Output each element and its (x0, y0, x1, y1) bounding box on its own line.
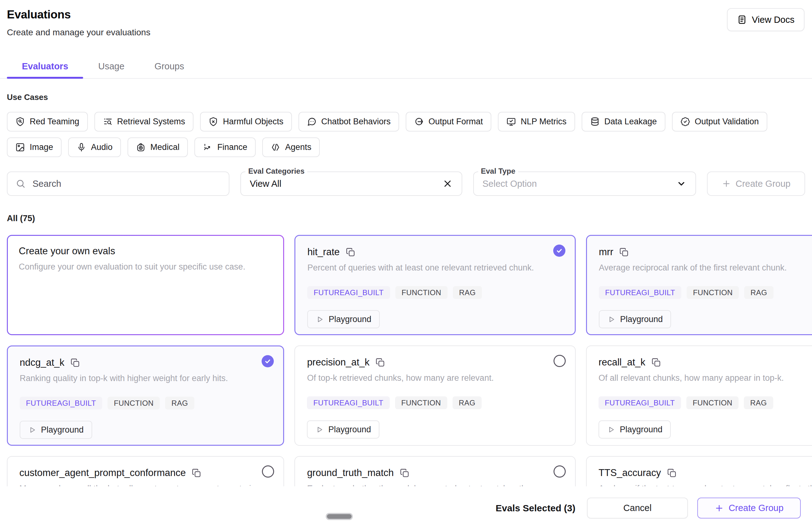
scroll-drag-handle[interactable] (327, 514, 352, 519)
clear-icon[interactable] (442, 178, 453, 189)
tag-function: FUNCTION (395, 286, 448, 299)
tag-rag: RAG (165, 397, 194, 409)
playground-button[interactable]: Playground (599, 310, 671, 328)
card-title-row: hit_rate (307, 246, 563, 258)
page-title: Evaluations (7, 8, 150, 21)
eval-name: TTS_accuracy (598, 467, 661, 479)
use-case-chip-output-validation[interactable]: Output Validation (672, 112, 767, 132)
tab-groups[interactable]: Groups (140, 56, 199, 78)
tag-function: FUNCTION (107, 397, 160, 409)
view-docs-label: View Docs (752, 15, 795, 25)
plus-icon (714, 504, 724, 513)
search-input[interactable] (32, 178, 221, 189)
use-case-chip-medical[interactable]: Medical (128, 137, 188, 157)
use-case-chip-retrieval-systems[interactable]: Retrieval Systems (95, 112, 194, 132)
cancel-label: Cancel (623, 503, 651, 513)
code-brackets-icon (271, 142, 280, 152)
eval-name: customer_agent_prompt_conformance (19, 467, 186, 479)
cancel-button[interactable]: Cancel (587, 498, 688, 519)
copy-icon[interactable] (70, 358, 80, 367)
view-docs-button[interactable]: View Docs (727, 8, 804, 31)
unchecked-circle-icon[interactable] (262, 465, 274, 478)
copy-icon[interactable] (346, 247, 356, 257)
header-text: Evaluations Create and manage your evalu… (7, 8, 150, 37)
copy-icon[interactable] (651, 358, 661, 367)
checked-circle-icon[interactable] (262, 355, 274, 367)
use-case-chip-audio[interactable]: Audio (68, 137, 121, 157)
playground-button[interactable]: Playground (20, 421, 92, 439)
playground-label: Playground (620, 315, 663, 324)
badge-check-icon (680, 117, 690, 126)
eval-card-precision_at_k[interactable]: precision_at_kOf top-k retrieved chunks,… (294, 345, 576, 446)
chip-label: Red Teaming (30, 117, 79, 126)
playground-label: Playground (329, 315, 371, 324)
card-title-row: precision_at_k (307, 357, 563, 368)
chip-label: Chatbot Behaviors (321, 117, 391, 126)
tab-bar: Evaluators Usage Groups (0, 56, 812, 79)
tag-rag: RAG (744, 286, 773, 299)
use-case-chip-agents[interactable]: Agents (262, 137, 320, 157)
monitor-check-icon (506, 117, 516, 126)
tag-futureagi_built: FUTUREAGI_BUILT (20, 397, 102, 409)
chip-label: Image (30, 142, 53, 152)
eval-description: Of top-k retrieved chunks, how many are … (307, 373, 542, 383)
use-case-chip-nlp-metrics[interactable]: NLP Metrics (498, 112, 575, 132)
tag-function: FUNCTION (395, 396, 447, 409)
tab-evaluators[interactable]: Evaluators (7, 56, 83, 78)
playground-button[interactable]: Playground (307, 420, 379, 438)
playground-label: Playground (620, 425, 663, 435)
footer-actions: Evals Selected (3) Cancel Create Group (496, 498, 801, 519)
use-case-chip-red-teaming[interactable]: Red Teaming (7, 112, 88, 132)
copy-icon[interactable] (400, 468, 409, 478)
use-case-chip-chatbot-behaviors[interactable]: Chatbot Behaviors (299, 112, 399, 132)
tab-usage[interactable]: Usage (83, 56, 140, 78)
create-group-button-disabled[interactable]: Create Group (707, 171, 805, 196)
eval-name: recall_at_k (598, 357, 646, 368)
eval-categories-label: Eval Categories (245, 167, 307, 176)
card-title-row: recall_at_k (598, 357, 812, 368)
eval-categories-select[interactable]: Eval Categories View All (240, 171, 462, 196)
page-header: Evaluations Create and manage your evalu… (0, 0, 812, 37)
tag-list: FUTUREAGI_BUILTFUNCTIONRAG (20, 397, 271, 409)
eval-type-placeholder: Select Option (482, 179, 676, 189)
card-title-row: mrr (599, 246, 812, 258)
evals-selected-count: Evals Selected (3) (496, 503, 576, 513)
tag-list: FUTUREAGI_BUILTFUNCTIONRAG (307, 396, 563, 409)
tag-function: FUNCTION (686, 396, 739, 409)
page-subtitle: Create and manage your evaluations (7, 28, 150, 37)
playground-label: Playground (41, 425, 84, 435)
play-icon (607, 315, 616, 324)
eval-description: Percent of queries with at least one rel… (307, 263, 542, 273)
eval-card-ndcg_at_k[interactable]: ndcg_at_kRanking quality in top-k with h… (7, 345, 284, 446)
play-icon (607, 425, 615, 434)
tag-rag: RAG (452, 396, 482, 409)
use-case-chip-image[interactable]: Image (7, 137, 61, 157)
unchecked-circle-icon[interactable] (553, 465, 566, 478)
use-case-chip-output-format[interactable]: Output Format (406, 112, 491, 132)
create-group-button[interactable]: Create Group (697, 498, 801, 519)
playground-button[interactable]: Playground (307, 310, 380, 328)
chevron-down-icon[interactable] (676, 178, 687, 189)
shield-search-icon (15, 117, 25, 126)
use-case-chip-finance[interactable]: Finance (194, 137, 256, 157)
eval-card-hit_rate[interactable]: hit_ratePercent of queries with at least… (294, 235, 576, 335)
use-case-chip-harmful-objects[interactable]: Harmful Objects (200, 112, 292, 132)
eval-card-recall_at_k[interactable]: recall_at_kOf all relevant chunks, how m… (586, 345, 812, 446)
use-case-chip-list: Red TeamingRetrieval SystemsHarmful Obje… (7, 112, 806, 157)
search-box[interactable] (7, 171, 229, 196)
eval-type-select[interactable]: Eval Type Select Option (473, 171, 696, 196)
playground-label: Playground (328, 425, 371, 435)
copy-icon[interactable] (375, 358, 385, 367)
create-your-own-evals-card[interactable]: Create your own evals Configure your own… (7, 235, 284, 335)
use-case-chip-data-leakage[interactable]: Data Leakage (582, 112, 665, 132)
copy-icon[interactable] (192, 468, 201, 478)
copy-icon[interactable] (619, 247, 629, 257)
copy-icon[interactable] (667, 468, 677, 478)
play-icon (28, 426, 37, 434)
eval-card-mrr[interactable]: mrrAverage reciprocal rank of the first … (586, 235, 812, 335)
play-icon (315, 425, 324, 434)
eval-categories-value: View All (250, 179, 442, 189)
checked-circle-icon[interactable] (553, 244, 565, 257)
playground-button[interactable]: Playground (598, 420, 671, 438)
unchecked-circle-icon[interactable] (553, 355, 566, 367)
